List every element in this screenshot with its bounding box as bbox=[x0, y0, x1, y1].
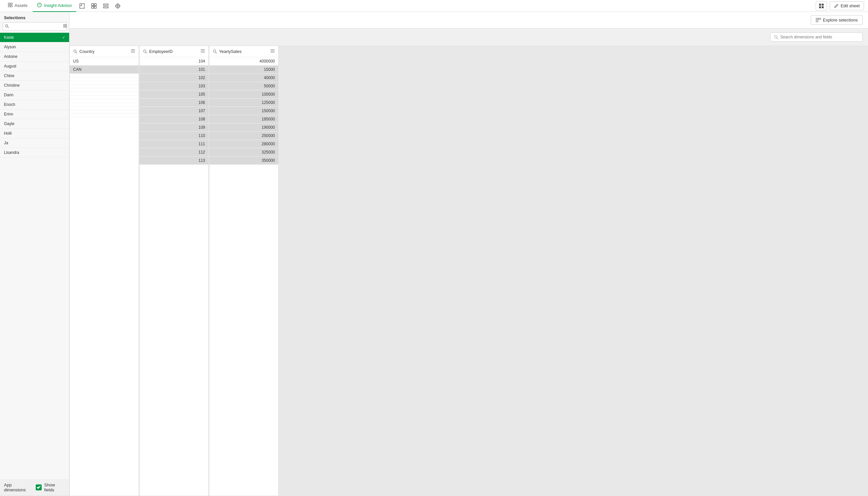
dimension-menu-icon[interactable] bbox=[131, 49, 135, 54]
dimension-card: YearlySales 4000000150004000050000100000… bbox=[209, 46, 279, 496]
dim-row[interactable]: 106 bbox=[140, 98, 208, 107]
selection-item[interactable]: Holli bbox=[0, 129, 69, 138]
svg-line-42 bbox=[145, 52, 147, 53]
svg-rect-11 bbox=[104, 6, 108, 8]
dim-row[interactable]: 110 bbox=[140, 132, 208, 140]
dim-row[interactable]: 107 bbox=[140, 107, 208, 115]
selection-item[interactable]: Erinn bbox=[0, 110, 69, 119]
tab-insight-advisor[interactable]: Insight Advisor bbox=[33, 0, 76, 12]
selection-item[interactable]: Lisandra bbox=[0, 148, 69, 157]
zoom-fit-icon[interactable] bbox=[77, 1, 87, 11]
dim-row[interactable]: 102 bbox=[140, 74, 208, 82]
dim-row[interactable]: 15000 bbox=[209, 65, 278, 74]
dim-row[interactable]: 109 bbox=[140, 123, 208, 132]
dimension-card-rows: 4000000150004000050000100000125000150000… bbox=[209, 57, 278, 496]
dimension-search-box[interactable] bbox=[770, 32, 863, 42]
svg-rect-38 bbox=[131, 49, 135, 50]
selection-item-label: Lisandra bbox=[4, 150, 19, 155]
insight-advisor-icon bbox=[37, 2, 42, 9]
dim-row[interactable] bbox=[70, 107, 139, 110]
dim-row[interactable] bbox=[70, 99, 139, 103]
dim-row[interactable] bbox=[70, 103, 139, 107]
right-area: Explore selections Country bbox=[69, 12, 868, 496]
dim-row[interactable] bbox=[70, 74, 139, 77]
selection-search-box[interactable]: EmployeeName bbox=[3, 22, 66, 31]
selection-item-label: Kasie bbox=[4, 35, 14, 40]
selection-item[interactable]: Alyson bbox=[0, 42, 69, 52]
dim-row[interactable]: 100000 bbox=[209, 90, 278, 98]
svg-rect-49 bbox=[271, 51, 274, 51]
dim-row[interactable]: 108 bbox=[140, 115, 208, 123]
selection-item-label: Gayle bbox=[4, 121, 14, 126]
svg-rect-5 bbox=[80, 4, 82, 6]
explore-selections-label: Explore selections bbox=[823, 17, 858, 22]
dim-row[interactable]: 103 bbox=[140, 82, 208, 90]
dim-row[interactable]: 112 bbox=[140, 148, 208, 156]
dimension-card-title: YearlySales bbox=[219, 49, 268, 54]
dim-row[interactable]: 350000 bbox=[209, 156, 278, 165]
grid-view-button[interactable] bbox=[816, 1, 827, 11]
dim-row[interactable]: 111 bbox=[140, 140, 208, 148]
dim-row[interactable]: 150000 bbox=[209, 107, 278, 115]
dim-row[interactable] bbox=[70, 96, 139, 99]
dim-row[interactable] bbox=[70, 77, 139, 81]
dim-row[interactable]: US bbox=[70, 57, 139, 65]
dim-row[interactable]: 4000000 bbox=[209, 57, 278, 65]
tab-assets[interactable]: Assets bbox=[4, 0, 31, 12]
dimension-card: Country USCAN bbox=[69, 46, 139, 496]
selection-item-label: Christine bbox=[4, 83, 19, 88]
dimension-card-title: EmployeeID bbox=[149, 49, 199, 54]
dim-row[interactable]: 250000 bbox=[209, 132, 278, 140]
dim-row[interactable]: 125000 bbox=[209, 98, 278, 107]
show-fields-label[interactable]: Show fields bbox=[44, 482, 65, 492]
dim-row[interactable]: 50000 bbox=[209, 82, 278, 90]
dim-row[interactable] bbox=[70, 114, 139, 118]
selection-item[interactable]: Darin bbox=[0, 90, 69, 100]
search-icon bbox=[5, 24, 9, 29]
dim-row[interactable]: 40000 bbox=[209, 74, 278, 82]
edit-sheet-button[interactable]: Edit sheet bbox=[830, 1, 864, 10]
dim-row[interactable]: 325000 bbox=[209, 148, 278, 156]
selection-item-label: Holli bbox=[4, 131, 12, 136]
list-icon[interactable] bbox=[63, 24, 67, 29]
selection-item[interactable]: Enoch bbox=[0, 100, 69, 110]
dim-row[interactable] bbox=[70, 81, 139, 85]
show-fields-toggle[interactable] bbox=[36, 484, 41, 490]
dim-row[interactable]: 105 bbox=[140, 90, 208, 98]
selection-item[interactable]: Chloe bbox=[0, 71, 69, 81]
dim-row[interactable]: 101 bbox=[140, 65, 208, 74]
list-layout-icon[interactable] bbox=[101, 1, 110, 11]
svg-point-4 bbox=[37, 3, 41, 7]
dimension-menu-icon[interactable] bbox=[201, 49, 205, 54]
selection-item[interactable]: Kasie✓ bbox=[0, 33, 69, 42]
svg-rect-24 bbox=[63, 25, 67, 25]
dim-row[interactable] bbox=[70, 88, 139, 92]
dimension-menu-icon[interactable] bbox=[270, 49, 275, 54]
dim-row[interactable] bbox=[70, 85, 139, 88]
selection-item[interactable]: Christine bbox=[0, 81, 69, 90]
search-icon bbox=[143, 49, 147, 53]
target-icon[interactable] bbox=[113, 1, 122, 11]
dim-row[interactable]: 190000 bbox=[209, 123, 278, 132]
dim-row[interactable]: 185000 bbox=[209, 115, 278, 123]
dim-row[interactable]: CAN bbox=[70, 65, 139, 74]
grid-layout-icon[interactable] bbox=[89, 1, 98, 11]
dim-row[interactable]: 113 bbox=[140, 156, 208, 165]
dim-row[interactable] bbox=[70, 110, 139, 114]
svg-line-35 bbox=[777, 38, 778, 39]
svg-rect-32 bbox=[816, 20, 818, 22]
selection-item[interactable]: Antoine bbox=[0, 52, 69, 62]
dim-row[interactable]: 280000 bbox=[209, 140, 278, 148]
selection-item-label: Erinn bbox=[4, 112, 13, 117]
dim-row[interactable] bbox=[70, 92, 139, 96]
selection-item[interactable]: Ja bbox=[0, 138, 69, 148]
svg-rect-40 bbox=[131, 52, 135, 52]
top-bar-right: Edit sheet bbox=[816, 1, 864, 11]
dim-row[interactable]: 104 bbox=[140, 57, 208, 65]
explore-selections-button[interactable]: Explore selections bbox=[811, 15, 863, 25]
selection-item[interactable]: Gayle bbox=[0, 119, 69, 129]
svg-rect-26 bbox=[63, 27, 67, 28]
selection-search-input[interactable]: EmployeeName bbox=[10, 24, 62, 29]
dimension-search-input[interactable] bbox=[780, 35, 859, 40]
selection-item[interactable]: August bbox=[0, 62, 69, 71]
